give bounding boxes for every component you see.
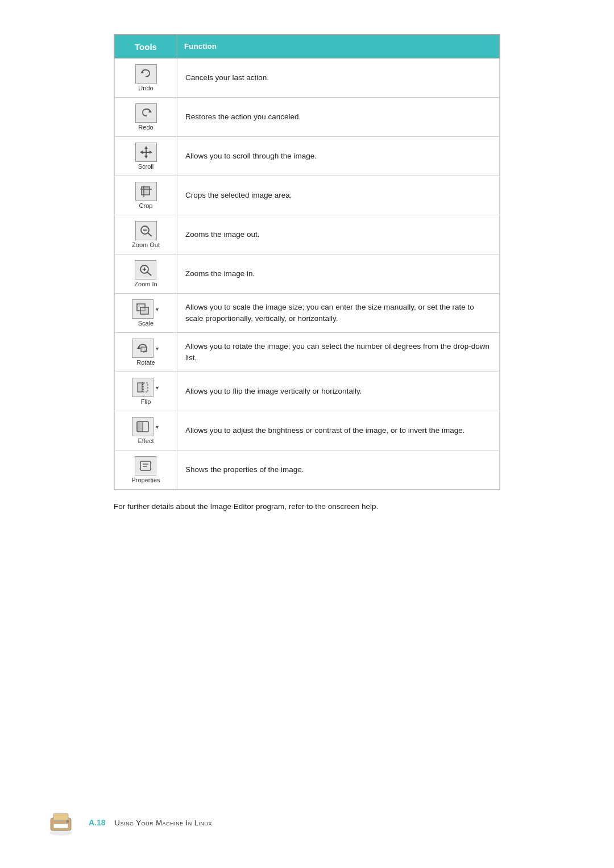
icon-scale: [132, 299, 154, 319]
icon-redo: [135, 103, 157, 123]
page-title-footer: Using Your Machine In Linux: [115, 819, 212, 827]
tool-icon: ▼Effect: [132, 417, 160, 444]
tool-cell: Zoom Out: [115, 215, 177, 254]
table-row: RedoRestores the action you canceled.: [115, 98, 500, 137]
svg-marker-3: [144, 156, 148, 158]
function-description: Allows you to flip the image vertically …: [177, 372, 500, 411]
table-row: Zoom OutZooms the image out.: [115, 215, 500, 254]
tool-label: Properties: [131, 477, 160, 483]
footer-text: For further details about the Image Edit…: [114, 500, 500, 513]
tool-icon: Scroll: [135, 143, 157, 170]
tool-label: Effect: [138, 437, 154, 444]
function-description: Restores the action you canceled.: [177, 98, 500, 137]
function-description: Allows you to scale the image size; you …: [177, 294, 500, 333]
tool-label: Redo: [138, 124, 153, 131]
tool-icon: ▼Scale: [132, 299, 160, 327]
dropdown-arrow-icon: ▼: [155, 385, 160, 391]
tool-cell: ▼Flip: [115, 372, 177, 411]
function-description: Shows the properties of the image.: [177, 450, 500, 490]
tool-cell: Redo: [115, 98, 177, 137]
svg-line-18: [137, 304, 140, 307]
tool-label: Crop: [139, 202, 153, 209]
svg-rect-34: [53, 820, 64, 821]
table-row: ScrollAllows you to scroll through the i…: [115, 137, 500, 176]
tool-icon: Crop: [135, 182, 157, 209]
function-description: Allows you to adjust the brightness or c…: [177, 411, 500, 450]
svg-rect-6: [142, 187, 150, 195]
tool-cell: ▼Rotate: [115, 333, 177, 372]
svg-rect-25: [137, 422, 143, 432]
tool-label: Zoom Out: [132, 241, 160, 248]
function-description: Allows you to rotate the image; you can …: [177, 333, 500, 372]
function-description: Allows you to scroll through the image.: [177, 137, 500, 176]
tool-cell: ▼Scale: [115, 294, 177, 333]
tool-label: Scale: [138, 320, 154, 327]
table-row: Zoom InZooms the image in.: [115, 254, 500, 294]
icon-properties: [135, 456, 156, 475]
icon-flip: [132, 378, 154, 397]
tool-label: Zoom In: [134, 281, 157, 287]
svg-rect-31: [53, 813, 68, 820]
table-row: ▼RotateAllows you to rotate the image; y…: [115, 333, 500, 372]
icon-undo: [135, 64, 157, 84]
tool-label: Flip: [141, 398, 151, 405]
table-row: PropertiesShows the properties of the im…: [115, 450, 500, 490]
tool-cell: Scroll: [115, 137, 177, 176]
table-row: ▼EffectAllows you to adjust the brightne…: [115, 411, 500, 450]
svg-marker-19: [137, 346, 140, 349]
svg-marker-5: [150, 151, 152, 154]
tools-header: Tools: [115, 35, 177, 59]
icon-rotate: [132, 339, 154, 358]
svg-rect-21: [138, 383, 142, 392]
svg-line-10: [148, 233, 152, 236]
icon-effect: [132, 417, 154, 436]
icon-zoom-in: [135, 260, 156, 279]
tool-icon: Zoom Out: [132, 221, 160, 248]
tool-label: Rotate: [136, 359, 155, 366]
tool-cell: Properties: [115, 450, 177, 490]
function-description: Zooms the image in.: [177, 254, 500, 294]
dropdown-arrow-icon: ▼: [155, 346, 160, 352]
svg-line-13: [147, 272, 151, 276]
svg-point-33: [67, 820, 69, 823]
dropdown-arrow-icon: ▼: [155, 307, 160, 312]
tool-icon: Redo: [135, 103, 157, 131]
tool-cell: Undo: [115, 59, 177, 98]
table-row: UndoCancels your last action.: [115, 59, 500, 98]
function-header: Function: [177, 35, 500, 59]
svg-rect-27: [140, 461, 151, 470]
table-row: ▼FlipAllows you to flip the image vertic…: [115, 372, 500, 411]
icon-crop: [135, 182, 157, 201]
function-description: Crops the selected image area.: [177, 176, 500, 215]
tool-icon: ▼Flip: [132, 378, 160, 405]
printer-icon: [45, 806, 80, 840]
dropdown-arrow-icon: ▼: [155, 424, 160, 430]
tool-cell: Crop: [115, 176, 177, 215]
function-description: Cancels your last action.: [177, 59, 500, 98]
tool-label: Scroll: [138, 163, 154, 170]
tool-cell: Zoom In: [115, 254, 177, 294]
page-footer: A.18 Using Your Machine In Linux: [0, 806, 614, 840]
svg-rect-17: [140, 307, 148, 314]
svg-marker-0: [140, 71, 144, 73]
tool-label: Undo: [138, 85, 153, 91]
tool-icon: ▼Rotate: [132, 339, 160, 366]
tools-table: Tools Function UndoCancels your last act…: [114, 35, 500, 490]
table-row: ▼ScaleAllows you to scale the image size…: [115, 294, 500, 333]
svg-rect-32: [53, 824, 68, 828]
tool-icon: Zoom In: [134, 260, 157, 287]
tool-icon: Undo: [135, 64, 157, 91]
svg-marker-4: [140, 151, 143, 154]
svg-marker-1: [148, 110, 152, 112]
svg-rect-20: [141, 347, 147, 352]
tool-cell: ▼Effect: [115, 411, 177, 450]
svg-marker-2: [144, 146, 148, 149]
table-row: CropCrops the selected image area.: [115, 176, 500, 215]
tool-icon: Properties: [131, 456, 160, 483]
icon-zoom-out: [135, 221, 157, 240]
function-description: Zooms the image out.: [177, 215, 500, 254]
icon-scroll: [135, 143, 157, 162]
page-number: A.18: [89, 818, 106, 827]
svg-rect-22: [143, 383, 148, 392]
svg-point-35: [49, 830, 72, 836]
